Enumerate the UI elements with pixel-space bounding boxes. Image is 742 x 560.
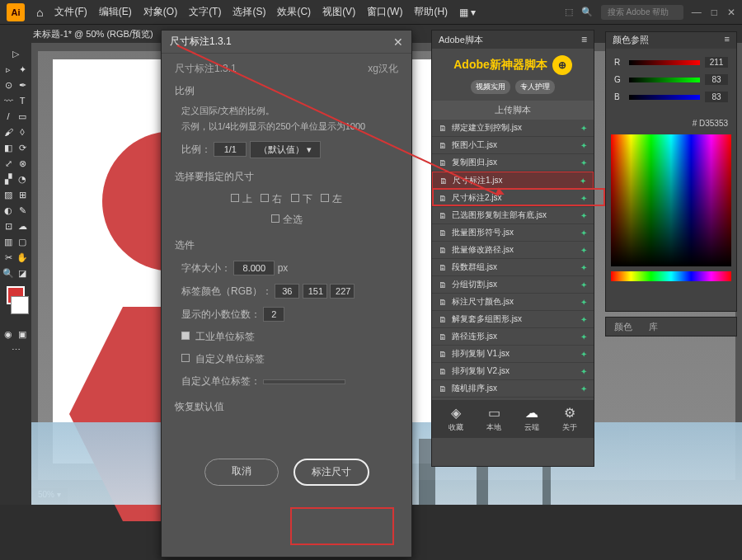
minimize-button[interactable]: — — [692, 7, 702, 18]
script-item[interactable]: 🗎解复套多组图形.jsx✦ — [432, 311, 594, 328]
script-item[interactable]: 🗎路径连形.jsx✦ — [432, 328, 594, 346]
cancel-button[interactable]: 取消 — [204, 459, 279, 486]
shape-builder-tool[interactable]: ◔ — [16, 172, 29, 186]
decimals-input[interactable]: 2 — [263, 307, 284, 322]
edit-toolbar[interactable]: ⋯ — [2, 342, 30, 357]
share-icon[interactable]: ⬚ — [565, 7, 573, 17]
side-bottom-checkbox[interactable] — [291, 194, 299, 202]
nav-local[interactable]: ▭本地 — [486, 405, 501, 433]
home-icon[interactable]: ⌂ — [36, 6, 43, 19]
star-icon[interactable]: ✦ — [580, 350, 587, 359]
direct-select-tool[interactable]: ▹ — [2, 62, 15, 77]
script-item[interactable]: 🗎排列复制 V1.jsx✦ — [432, 346, 594, 363]
r-slider[interactable] — [629, 60, 700, 65]
menu-type[interactable]: 文字(T) — [189, 5, 221, 19]
script-item[interactable]: 🗎排列复制 V2.jsx✦ — [432, 363, 594, 380]
script-item[interactable]: 🗎绑定建立到控制.jsx✦ — [432, 120, 594, 137]
star-icon[interactable]: ✦ — [580, 298, 587, 307]
nav-favorite[interactable]: ◈收藏 — [448, 405, 463, 433]
star-icon[interactable]: ✦ — [580, 280, 587, 289]
type-tool[interactable]: T — [16, 93, 29, 108]
perspective-tool[interactable]: ▨ — [2, 187, 15, 202]
magic-wand-tool[interactable]: ✦ — [16, 62, 29, 77]
b-slider[interactable] — [629, 95, 700, 100]
width-tool[interactable]: ⊗ — [16, 156, 29, 171]
curvature-tool[interactable]: 〰 — [2, 93, 15, 108]
fill-toggle[interactable]: ◪ — [16, 266, 29, 280]
slice-tool[interactable]: ✂ — [2, 250, 15, 265]
scale-default-dropdown[interactable]: （默认值） ▾ — [250, 141, 321, 158]
script-item[interactable]: 🗎已选图形复制主部有底.jsx✦ — [432, 207, 594, 224]
rgb-g-input[interactable]: 151 — [303, 284, 327, 299]
search-input[interactable]: 搜索 Adobe 帮助 — [601, 5, 683, 20]
star-icon[interactable]: ✦ — [580, 246, 587, 255]
menu-file[interactable]: 文件(F) — [54, 5, 87, 19]
star-icon[interactable]: ✦ — [580, 158, 587, 167]
scripts-list[interactable]: 🗎绑定建立到控制.jsx✦🗎抠图小工.jsx✦🗎复制图归.jsx✦🗎尺寸标注1.… — [432, 120, 594, 400]
star-icon[interactable]: ✦ — [580, 367, 587, 376]
side-all-checkbox[interactable] — [271, 214, 279, 223]
search-icon[interactable]: 🔍 — [581, 7, 593, 17]
star-icon[interactable]: ✦ — [580, 124, 587, 133]
rotate-tool[interactable]: ⟳ — [16, 140, 29, 155]
star-icon[interactable]: ✦ — [580, 228, 587, 238]
nav-about[interactable]: ⚙关于 — [562, 405, 577, 433]
menu-layout-icon[interactable]: ▦ ▾ — [459, 7, 476, 18]
side-top-checkbox[interactable] — [231, 194, 239, 202]
free-transform-tool[interactable]: ▞ — [2, 172, 15, 186]
script-item[interactable]: 🗎段数群组.jsx✦ — [432, 259, 594, 276]
star-icon[interactable]: ✦ — [580, 176, 586, 186]
star-icon[interactable]: ✦ — [580, 384, 587, 393]
star-icon[interactable]: ✦ — [580, 211, 587, 220]
menu-window[interactable]: 窗口(W) — [367, 5, 402, 19]
scripts-menu-icon[interactable]: ≡ — [581, 34, 587, 45]
column-graph-tool[interactable]: ▥ — [2, 234, 15, 249]
close-button[interactable]: ✕ — [727, 7, 735, 18]
color-panel-header[interactable]: 颜色参照≡ — [606, 32, 736, 49]
symbol-spray-tool[interactable]: ☁ — [16, 219, 29, 233]
pen-tool[interactable]: ✒ — [16, 78, 29, 92]
nav-cloud[interactable]: ☁云端 — [524, 405, 539, 433]
brush-tool[interactable]: 🖌 — [2, 125, 15, 139]
star-icon[interactable]: ✦ — [580, 263, 587, 272]
menu-select[interactable]: 选择(S) — [232, 5, 265, 19]
blend-tool[interactable]: ⊡ — [2, 219, 15, 233]
font-size-input[interactable]: 8.000 — [233, 261, 275, 275]
script-item[interactable]: 🗎批量图形符号.jsx✦ — [432, 224, 594, 242]
mesh-tool[interactable]: ⊞ — [16, 187, 29, 202]
maximize-button[interactable]: □ — [711, 7, 717, 18]
script-item[interactable]: 🗎分组切割.jsx✦ — [432, 276, 594, 294]
banner-btn-video[interactable]: 视频实用 — [471, 80, 510, 94]
script-item[interactable]: 🗎抠图小工.jsx✦ — [432, 137, 594, 154]
menu-help[interactable]: 帮助(H) — [414, 5, 448, 19]
star-icon[interactable]: ✦ — [580, 332, 587, 341]
color-picker[interactable] — [611, 134, 731, 266]
side-left-checkbox[interactable] — [321, 194, 329, 202]
script-item[interactable]: 🗎复制图归.jsx✦ — [432, 154, 594, 172]
g-slider[interactable] — [629, 78, 700, 82]
menu-effect[interactable]: 效果(C) — [277, 5, 311, 19]
draw-mode[interactable]: ◉ — [2, 327, 15, 341]
color-menu-icon[interactable]: ≡ — [725, 34, 730, 47]
line-tool[interactable]: / — [2, 109, 15, 124]
custom-unit-input[interactable] — [263, 379, 345, 384]
rgb-b-input[interactable]: 227 — [330, 284, 355, 299]
scale-ratio-input[interactable]: 1/1 — [214, 142, 247, 157]
banner-btn-care[interactable]: 专人护理 — [515, 80, 555, 94]
menu-object[interactable]: 对象(O) — [143, 5, 177, 19]
screen-mode[interactable]: ▣ — [16, 327, 29, 341]
stroke-swatch[interactable] — [11, 296, 29, 314]
dialog-close-button[interactable]: ✕ — [393, 35, 403, 49]
hand-tool[interactable]: ✋ — [16, 250, 29, 265]
r-value[interactable]: 211 — [705, 57, 728, 68]
star-icon[interactable]: ✦ — [580, 315, 587, 324]
script-item[interactable]: 🗎批量修改路径.jsx✦ — [432, 242, 594, 259]
fill-stroke-swatches[interactable] — [2, 286, 30, 314]
scripts-panel-header[interactable]: Adobe脚本 ≡ — [432, 31, 594, 49]
eraser-tool[interactable]: ◧ — [2, 140, 15, 155]
g-value[interactable]: 83 — [705, 74, 728, 85]
gradient-tool[interactable]: ◐ — [2, 203, 15, 218]
eyedropper-tool[interactable]: ✎ — [16, 203, 29, 218]
artboard-tool[interactable]: ▢ — [16, 234, 29, 249]
rectangle-tool[interactable]: ▭ — [16, 109, 29, 124]
